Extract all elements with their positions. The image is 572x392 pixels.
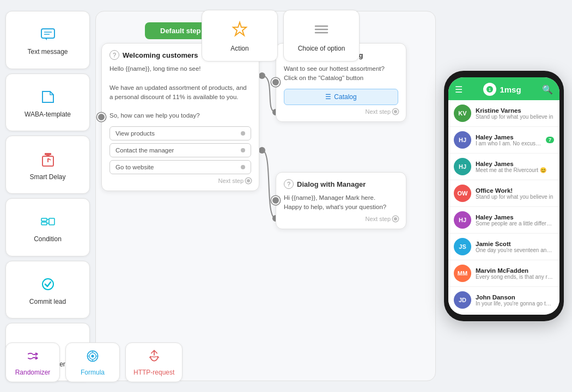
svg-rect-8 bbox=[41, 218, 47, 221]
dialog-node-title: Dialog with Manager bbox=[297, 180, 366, 188]
commit-lead-icon bbox=[38, 274, 58, 295]
chat-preview: In your life, you're gonna go to s... bbox=[476, 301, 554, 307]
bottom-card-formula[interactable]: Formula bbox=[65, 342, 120, 382]
sidebar-tool-text-message[interactable]: Text message bbox=[5, 11, 90, 69]
bottom-tool-row: Randomizer Formula HTTP-request bbox=[5, 342, 182, 382]
bottom-card-label-randomizer: Randomizer bbox=[15, 369, 51, 376]
top-card-label-action: Action bbox=[230, 45, 248, 52]
avatar: JS bbox=[454, 238, 471, 255]
avatar: HJ bbox=[454, 131, 471, 149]
waba-template-icon bbox=[38, 87, 58, 107]
connector-dot bbox=[241, 148, 245, 152]
contact-manager-btn[interactable]: Contact the manager bbox=[109, 143, 251, 157]
chat-item[interactable]: MM Marvin McFadden Every song ends, is t… bbox=[448, 260, 559, 287]
welcome-question-icon: ? bbox=[109, 50, 119, 60]
bottom-card-label-formula: Formula bbox=[81, 369, 105, 376]
condition-icon bbox=[38, 211, 58, 232]
bottom-card-http-request[interactable]: HTTP-request bbox=[125, 342, 182, 382]
chat-info: Marvin McFadden Every song ends, is that… bbox=[476, 267, 554, 280]
brand-section: 1 1msg bbox=[483, 83, 521, 96]
svg-text:1: 1 bbox=[489, 88, 491, 91]
chat-name: Marvin McFadden bbox=[476, 267, 554, 274]
avatar: HJ bbox=[454, 211, 471, 229]
chat-item[interactable]: JS Jamie Scott One day you're seventeen … bbox=[448, 234, 559, 260]
svg-point-13 bbox=[42, 279, 53, 290]
tool-label-waba-template: WABA-template bbox=[25, 111, 71, 118]
go-to-website-btn[interactable]: Go to website bbox=[109, 160, 251, 174]
avatar: MM bbox=[454, 265, 471, 282]
tool-label-commit-lead: Commit lead bbox=[29, 298, 66, 305]
top-card-action[interactable]: Action bbox=[202, 10, 278, 62]
unread-badge: 7 bbox=[546, 137, 554, 143]
catalog-next-step-dot bbox=[393, 109, 398, 114]
search-icon[interactable]: 🔍 bbox=[542, 84, 553, 95]
phone-header: ☰ 1 1msg 🔍 bbox=[448, 77, 559, 100]
hamburger-icon[interactable]: ☰ bbox=[455, 84, 463, 95]
sidebar-tool-commit-lead[interactable]: Commit lead bbox=[5, 261, 90, 319]
dialog-next-step-dot bbox=[393, 216, 398, 222]
tool-label-smart-delay: Smart Delay bbox=[29, 173, 65, 181]
chat-item[interactable]: HJ Haley James Wow love it! bbox=[448, 314, 559, 315]
sidebar: Text message WABA-template Smart Delay C… bbox=[5, 11, 90, 381]
chat-item[interactable]: HJ Haley James Meet me at the Rivercourt… bbox=[448, 154, 559, 180]
sidebar-tool-smart-delay[interactable]: Smart Delay bbox=[5, 136, 90, 194]
svg-point-14 bbox=[259, 72, 265, 79]
brand-name: 1msg bbox=[500, 85, 521, 94]
chat-info: Office Work! Stand up for what you belie… bbox=[476, 187, 554, 200]
http-request-bottom-icon bbox=[147, 348, 162, 366]
chat-info: John Danson In your life, you're gonna g… bbox=[476, 294, 554, 307]
chat-name: Kristine Varnes bbox=[476, 107, 554, 114]
chat-preview: I am who I am. No excuses . bbox=[476, 140, 541, 146]
dialog-next-step: Next step bbox=[284, 216, 398, 222]
canvas-area[interactable]: Default step ? Welcoming customers Hello… bbox=[95, 11, 436, 381]
chat-name: Haley James bbox=[476, 214, 554, 220]
chat-preview: Meet me at the Rivercourt 😊 bbox=[476, 167, 554, 173]
chat-name: Haley James bbox=[476, 161, 554, 167]
welcome-node[interactable]: ? Welcoming customers Hello {{name}}, lo… bbox=[101, 43, 259, 191]
welcome-node-title: Welcoming customers bbox=[123, 51, 198, 59]
avatar: OW bbox=[454, 185, 471, 202]
welcome-next-step: Next step bbox=[109, 177, 251, 184]
phone-container: ☰ 1 1msg 🔍 KV bbox=[441, 11, 567, 381]
action-icon bbox=[230, 20, 250, 41]
bottom-card-randomizer[interactable]: Randomizer bbox=[5, 342, 60, 382]
sidebar-tool-condition[interactable]: Condition bbox=[5, 198, 90, 256]
dialog-node-body: Hi {{name}}, Manager Mark here. Happy to… bbox=[284, 193, 398, 212]
welcome-node-body: Hello {{name}}, long time no see! We hav… bbox=[109, 64, 251, 121]
phone-screen: ☰ 1 1msg 🔍 KV bbox=[448, 77, 559, 315]
chat-item[interactable]: KV Kristine Varnes Stand up for what you… bbox=[448, 100, 559, 127]
chat-item[interactable]: JD John Danson In your life, you're gonn… bbox=[448, 287, 559, 314]
smart-delay-icon bbox=[38, 149, 58, 170]
chat-name: Jamie Scott bbox=[476, 241, 554, 247]
text-message-icon bbox=[38, 24, 58, 45]
catalog-button[interactable]: ☰ Catalog bbox=[284, 89, 398, 105]
dialog-node[interactable]: ? Dialog with Manager Hi {{name}}, Manag… bbox=[276, 172, 406, 229]
svg-marker-21 bbox=[233, 22, 246, 35]
svg-rect-9 bbox=[41, 222, 47, 225]
chat-item[interactable]: OW Office Work! Stand up for what you be… bbox=[448, 180, 559, 207]
tool-label-condition: Condition bbox=[34, 235, 62, 243]
chat-list[interactable]: KV Kristine Varnes Stand up for what you… bbox=[448, 100, 559, 315]
bottom-card-label-http-request: HTTP-request bbox=[133, 369, 174, 376]
welcome-node-left-handle bbox=[97, 113, 106, 121]
sidebar-tool-waba-template[interactable]: WABA-template bbox=[5, 74, 90, 132]
catalog-next-step: Next step bbox=[284, 108, 398, 115]
avatar: JD bbox=[454, 291, 471, 309]
view-products-btn[interactable]: View products bbox=[109, 126, 251, 140]
catalog-node-body: Want to see our hottest assortment? Clic… bbox=[284, 64, 398, 83]
connector-dot bbox=[241, 131, 245, 136]
top-card-choice-of-option[interactable]: Choice of option bbox=[283, 10, 360, 62]
phone-mockup: ☰ 1 1msg 🔍 KV bbox=[444, 71, 564, 321]
brand-logo: 1 bbox=[483, 83, 496, 96]
top-card-label-choice-of-option: Choice of option bbox=[298, 45, 345, 52]
tool-label-text-message: Text message bbox=[27, 48, 68, 56]
dialog-question-icon: ? bbox=[284, 179, 294, 189]
chat-preview: One day you're seventeen and... bbox=[476, 247, 554, 253]
dialog-node-header: ? Dialog with Manager bbox=[284, 179, 398, 189]
svg-rect-0 bbox=[41, 29, 54, 38]
chat-item[interactable]: HJ Haley James I am who I am. No excuses… bbox=[448, 127, 559, 154]
connector-dot bbox=[241, 165, 245, 169]
chat-preview: Every song ends, is that any reason... bbox=[476, 274, 554, 280]
catalog-node-left-handle bbox=[271, 78, 280, 87]
chat-item[interactable]: HJ Haley James Some people are a little … bbox=[448, 207, 559, 234]
